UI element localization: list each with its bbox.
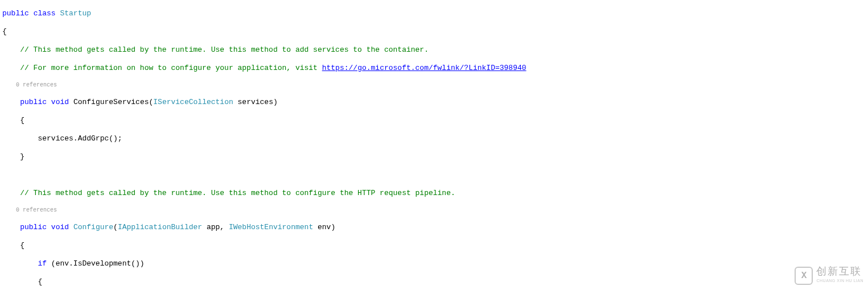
code-line: // For more information on how to config… [0, 64, 868, 73]
code-line: { [0, 277, 868, 287]
code-line: { [0, 241, 868, 250]
code-line: { [0, 27, 868, 36]
codelens-references[interactable]: 0 references [0, 82, 868, 89]
code-editor[interactable]: public class Startup { // This method ge… [0, 0, 868, 290]
code-line: } [0, 152, 868, 161]
watermark-logo: X 创新互联 CHUANG XIN HU LIAN [795, 266, 863, 285]
code-line: // This method gets called by the runtim… [0, 189, 868, 198]
code-line: { [0, 116, 868, 125]
codelens-references[interactable]: 0 references [0, 207, 868, 214]
code-line: public void ConfigureServices(IServiceCo… [0, 98, 868, 107]
code-line: // This method gets called by the runtim… [0, 45, 868, 55]
code-line: if (env.IsDevelopment()) [0, 259, 868, 268]
code-line: public class Startup [0, 9, 868, 18]
code-line [0, 171, 868, 180]
code-line: public void Configure(IApplicationBuilde… [0, 223, 868, 232]
doc-link[interactable]: https://go.microsoft.com/fwlink/?LinkID=… [322, 64, 526, 72]
code-line: services.AddGrpc(); [0, 134, 868, 143]
watermark-subtext: CHUANG XIN HU LIAN [816, 276, 863, 285]
watermark-text: 创新互联 [816, 266, 863, 276]
watermark-icon: X [795, 267, 813, 285]
